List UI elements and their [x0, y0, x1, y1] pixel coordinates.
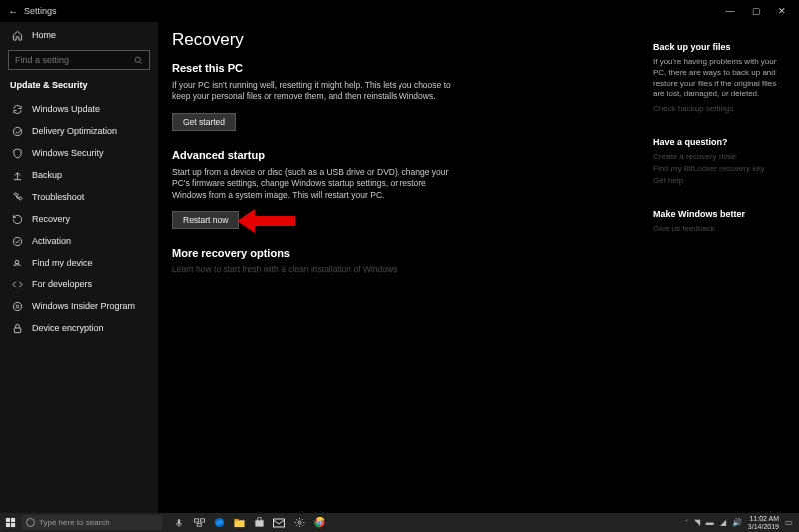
- tray-wifi-icon[interactable]: ◢: [720, 518, 726, 527]
- tray-volume-icon[interactable]: 🔊: [732, 518, 742, 527]
- minimize-button[interactable]: —: [717, 0, 743, 22]
- action-center-icon[interactable]: ▭: [785, 518, 793, 527]
- sidebar-item-recovery[interactable]: Recovery: [0, 208, 158, 230]
- sync-icon: [10, 102, 24, 116]
- explorer-icon[interactable]: [232, 516, 246, 530]
- sidebar-item-label: Windows Update: [32, 104, 100, 114]
- sidebar-item-find-my-device[interactable]: Find my device: [0, 252, 158, 273]
- sidebar-item-device-encryption[interactable]: Device encryption: [0, 317, 158, 339]
- titlebar: ← Settings — ▢ ✕: [0, 0, 799, 22]
- tray-battery-icon[interactable]: ▬: [706, 518, 714, 527]
- clock-time: 11:02 AM: [748, 515, 779, 523]
- svg-rect-8: [5, 518, 9, 522]
- svg-rect-11: [10, 523, 14, 527]
- content: Recovery Reset this PC If your PC isn't …: [158, 22, 649, 513]
- edge-icon[interactable]: [212, 516, 226, 530]
- sidebar-group-header: Update & Security: [0, 76, 158, 98]
- tray-people-icon[interactable]: ◥: [694, 518, 700, 527]
- clock-date: 3/14/2019: [748, 523, 779, 531]
- system-tray[interactable]: ˆ ◥ ▬ ◢ 🔊 11:02 AM 3/14/2019 ▭: [685, 515, 799, 530]
- sidebar-home[interactable]: Home: [0, 24, 158, 46]
- search-box[interactable]: [8, 50, 150, 70]
- svg-point-0: [135, 57, 140, 62]
- svg-rect-17: [234, 520, 244, 527]
- sidebar: Home Update & Security Windows UpdateDel…: [0, 22, 158, 513]
- svg-marker-7: [237, 209, 295, 233]
- rail-question-link-2[interactable]: Get help: [653, 176, 781, 185]
- rail-backup-link[interactable]: Check backup settings: [653, 104, 781, 113]
- reset-desc: If your PC isn't running well, resetting…: [172, 80, 461, 103]
- sidebar-item-label: Recovery: [32, 214, 70, 224]
- annotation-arrow-icon: [237, 207, 297, 235]
- sidebar-item-backup[interactable]: Backup: [0, 164, 158, 186]
- wrench-icon: [10, 190, 24, 204]
- store-icon[interactable]: [252, 516, 266, 530]
- sidebar-item-label: Find my device: [32, 258, 93, 267]
- window-controls: — ▢ ✕: [717, 0, 795, 22]
- svg-point-21: [298, 521, 301, 524]
- svg-rect-13: [194, 519, 198, 522]
- sidebar-item-label: For developers: [32, 279, 92, 289]
- taskbar-search-placeholder: Type here to search: [39, 518, 110, 527]
- shield-icon: [10, 146, 24, 160]
- dev-icon: [10, 277, 24, 291]
- sidebar-item-activation[interactable]: Activation: [0, 230, 158, 252]
- sidebar-item-windows-insider-program[interactable]: Windows Insider Program: [0, 295, 158, 317]
- sidebar-item-label: Troubleshoot: [32, 192, 84, 202]
- search-icon: [134, 56, 143, 65]
- svg-point-2: [13, 237, 21, 245]
- chrome-icon[interactable]: [312, 516, 326, 530]
- mic-icon[interactable]: [172, 516, 186, 530]
- sidebar-item-label: Backup: [32, 170, 62, 180]
- more-link[interactable]: Learn how to start fresh with a clean in…: [172, 265, 629, 274]
- rail-question: Have a question? Create a recovery drive…: [653, 137, 781, 185]
- clock[interactable]: 11:02 AM 3/14/2019: [748, 515, 779, 530]
- svg-point-1: [13, 127, 21, 135]
- reset-heading: Reset this PC: [172, 62, 629, 74]
- more-heading: More recovery options: [172, 247, 629, 259]
- svg-rect-20: [274, 519, 285, 527]
- taskbar: Type here to search ˆ ◥ ▬ ◢ 🔊 11:02 AM 3…: [0, 513, 799, 532]
- section-reset: Reset this PC If your PC isn't running w…: [172, 62, 629, 131]
- sidebar-item-label: Windows Insider Program: [32, 301, 135, 311]
- sidebar-item-for-developers[interactable]: For developers: [0, 273, 158, 295]
- mail-icon[interactable]: [272, 516, 286, 530]
- svg-rect-12: [178, 519, 181, 524]
- rail-question-link-0[interactable]: Create a recovery drive: [653, 152, 781, 161]
- check-icon: [10, 234, 24, 248]
- main-area: Recovery Reset this PC If your PC isn't …: [158, 22, 799, 513]
- back-button[interactable]: ←: [4, 6, 22, 17]
- find-icon: [10, 256, 24, 269]
- sidebar-item-delivery-optimization[interactable]: Delivery Optimization: [0, 120, 158, 142]
- rail-better-link[interactable]: Give us feedback: [653, 224, 781, 233]
- sidebar-item-windows-security[interactable]: Windows Security: [0, 142, 158, 164]
- svg-point-3: [15, 260, 19, 264]
- tray-chevron-icon[interactable]: ˆ: [685, 518, 688, 527]
- restart-now-button[interactable]: Restart now: [172, 211, 239, 229]
- rail-question-link-1[interactable]: Find my BitLocker recovery key: [653, 164, 781, 173]
- recovery-icon: [10, 212, 24, 226]
- svg-rect-9: [10, 518, 14, 522]
- section-advanced: Advanced startup Start up from a device …: [172, 149, 629, 229]
- taskbar-search[interactable]: Type here to search: [22, 515, 162, 530]
- search-input[interactable]: [15, 55, 134, 65]
- taskview-icon[interactable]: [192, 516, 206, 530]
- sidebar-item-label: Windows Security: [32, 148, 104, 158]
- start-button[interactable]: [0, 513, 20, 532]
- settings-taskbar-icon[interactable]: [292, 516, 306, 530]
- sidebar-item-windows-update[interactable]: Windows Update: [0, 98, 158, 120]
- sidebar-item-label: Activation: [32, 236, 71, 246]
- right-rail: Back up your files If you're having prob…: [649, 22, 799, 513]
- get-started-button[interactable]: Get started: [172, 113, 236, 131]
- rail-backup: Back up your files If you're having prob…: [653, 42, 781, 113]
- close-button[interactable]: ✕: [769, 0, 795, 22]
- svg-rect-14: [200, 519, 204, 522]
- svg-rect-6: [14, 328, 20, 333]
- section-more: More recovery options Learn how to start…: [172, 247, 629, 274]
- sidebar-item-troubleshoot[interactable]: Troubleshoot: [0, 186, 158, 208]
- svg-rect-10: [5, 523, 9, 527]
- maximize-button[interactable]: ▢: [743, 0, 769, 22]
- cortana-icon: [26, 518, 35, 527]
- svg-rect-18: [234, 518, 238, 520]
- lock-icon: [10, 321, 24, 335]
